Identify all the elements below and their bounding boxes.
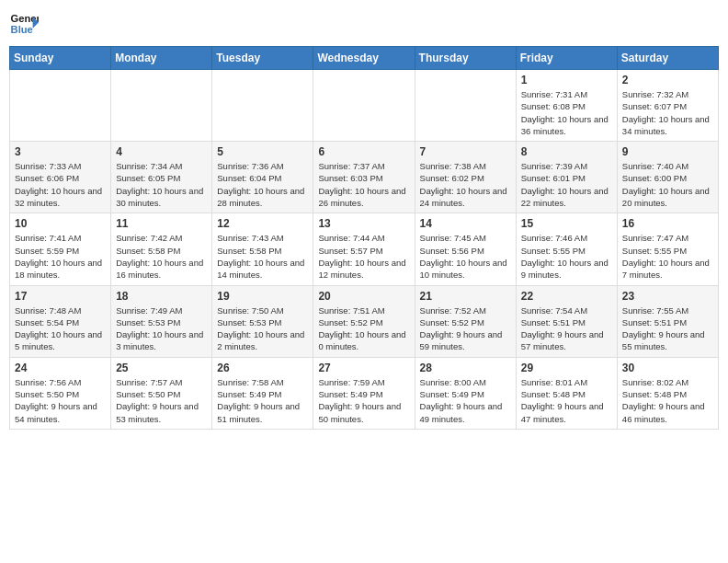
day-info: Sunrise: 7:55 AMSunset: 5:51 PMDaylight:… xyxy=(622,304,713,353)
day-info: Sunrise: 7:37 AMSunset: 6:03 PMDaylight:… xyxy=(318,160,409,209)
calendar-cell: 1Sunrise: 7:31 AMSunset: 6:08 PMDaylight… xyxy=(516,70,617,142)
calendar-cell: 25Sunrise: 7:57 AMSunset: 5:50 PMDayligh… xyxy=(111,357,212,429)
day-number: 21 xyxy=(420,290,511,303)
day-info: Sunrise: 8:01 AMSunset: 5:48 PMDaylight:… xyxy=(521,376,612,425)
day-info: Sunrise: 7:44 AMSunset: 5:57 PMDaylight:… xyxy=(318,232,409,281)
day-number: 6 xyxy=(318,145,409,158)
calendar-cell: 18Sunrise: 7:49 AMSunset: 5:53 PMDayligh… xyxy=(111,285,212,357)
calendar-cell: 10Sunrise: 7:41 AMSunset: 5:59 PMDayligh… xyxy=(10,213,111,285)
day-number: 29 xyxy=(521,362,612,374)
day-info: Sunrise: 7:41 AMSunset: 5:59 PMDaylight:… xyxy=(15,232,106,281)
calendar-cell: 20Sunrise: 7:51 AMSunset: 5:52 PMDayligh… xyxy=(313,285,415,357)
day-info: Sunrise: 7:43 AMSunset: 5:58 PMDaylight:… xyxy=(217,232,308,281)
day-info: Sunrise: 7:40 AMSunset: 6:00 PMDaylight:… xyxy=(622,160,713,209)
calendar-cell: 24Sunrise: 7:56 AMSunset: 5:50 PMDayligh… xyxy=(10,357,111,429)
page-header: General Blue xyxy=(9,9,719,39)
day-number: 19 xyxy=(217,290,308,303)
day-info: Sunrise: 7:34 AMSunset: 6:05 PMDaylight:… xyxy=(116,160,207,209)
day-info: Sunrise: 7:33 AMSunset: 6:06 PMDaylight:… xyxy=(15,160,106,209)
day-number: 18 xyxy=(116,290,207,303)
day-info: Sunrise: 7:32 AMSunset: 6:07 PMDaylight:… xyxy=(622,88,713,137)
day-number: 8 xyxy=(521,145,612,158)
calendar-cell xyxy=(415,70,516,142)
day-number: 24 xyxy=(15,362,106,374)
calendar-cell: 19Sunrise: 7:50 AMSunset: 5:53 PMDayligh… xyxy=(212,285,313,357)
calendar-cell: 13Sunrise: 7:44 AMSunset: 5:57 PMDayligh… xyxy=(313,213,415,285)
day-info: Sunrise: 7:52 AMSunset: 5:52 PMDaylight:… xyxy=(420,304,511,353)
day-info: Sunrise: 7:31 AMSunset: 6:08 PMDaylight:… xyxy=(521,88,612,137)
logo: General Blue xyxy=(9,9,44,39)
calendar-week-row: 1Sunrise: 7:31 AMSunset: 6:08 PMDaylight… xyxy=(10,70,719,142)
day-info: Sunrise: 7:38 AMSunset: 6:02 PMDaylight:… xyxy=(420,160,511,209)
calendar-cell: 12Sunrise: 7:43 AMSunset: 5:58 PMDayligh… xyxy=(212,213,313,285)
day-info: Sunrise: 7:47 AMSunset: 5:55 PMDaylight:… xyxy=(622,232,713,281)
calendar-cell: 16Sunrise: 7:47 AMSunset: 5:55 PMDayligh… xyxy=(617,213,718,285)
day-number: 27 xyxy=(318,362,409,374)
weekday-header-tuesday: Tuesday xyxy=(212,47,313,70)
day-info: Sunrise: 7:57 AMSunset: 5:50 PMDaylight:… xyxy=(116,376,207,425)
day-info: Sunrise: 7:49 AMSunset: 5:53 PMDaylight:… xyxy=(116,304,207,353)
day-number: 7 xyxy=(420,145,511,158)
day-number: 12 xyxy=(217,217,308,230)
calendar-cell: 7Sunrise: 7:38 AMSunset: 6:02 PMDaylight… xyxy=(415,142,516,213)
calendar-cell: 17Sunrise: 7:48 AMSunset: 5:54 PMDayligh… xyxy=(10,285,111,357)
calendar-cell: 5Sunrise: 7:36 AMSunset: 6:04 PMDaylight… xyxy=(212,142,313,213)
calendar-cell: 26Sunrise: 7:58 AMSunset: 5:49 PMDayligh… xyxy=(212,357,313,429)
weekday-header-monday: Monday xyxy=(111,47,212,70)
calendar-week-row: 17Sunrise: 7:48 AMSunset: 5:54 PMDayligh… xyxy=(10,285,719,357)
calendar-cell: 23Sunrise: 7:55 AMSunset: 5:51 PMDayligh… xyxy=(617,285,718,357)
calendar-cell: 4Sunrise: 7:34 AMSunset: 6:05 PMDaylight… xyxy=(111,142,212,213)
calendar-cell: 28Sunrise: 8:00 AMSunset: 5:49 PMDayligh… xyxy=(415,357,516,429)
day-info: Sunrise: 8:00 AMSunset: 5:49 PMDaylight:… xyxy=(420,376,511,425)
day-number: 5 xyxy=(217,145,308,158)
day-number: 25 xyxy=(116,362,207,374)
calendar-cell: 6Sunrise: 7:37 AMSunset: 6:03 PMDaylight… xyxy=(313,142,415,213)
day-number: 14 xyxy=(420,217,511,230)
day-info: Sunrise: 8:02 AMSunset: 5:48 PMDaylight:… xyxy=(622,376,713,425)
day-info: Sunrise: 7:50 AMSunset: 5:53 PMDaylight:… xyxy=(217,304,308,353)
calendar-cell: 27Sunrise: 7:59 AMSunset: 5:49 PMDayligh… xyxy=(313,357,415,429)
day-number: 22 xyxy=(521,290,612,303)
day-number: 16 xyxy=(622,217,713,230)
day-number: 3 xyxy=(15,145,106,158)
weekday-header-wednesday: Wednesday xyxy=(313,47,415,70)
day-number: 9 xyxy=(622,145,713,158)
day-info: Sunrise: 7:58 AMSunset: 5:49 PMDaylight:… xyxy=(217,376,308,425)
calendar-cell: 29Sunrise: 8:01 AMSunset: 5:48 PMDayligh… xyxy=(516,357,617,429)
calendar-cell: 11Sunrise: 7:42 AMSunset: 5:58 PMDayligh… xyxy=(111,213,212,285)
calendar-cell: 3Sunrise: 7:33 AMSunset: 6:06 PMDaylight… xyxy=(10,142,111,213)
day-number: 11 xyxy=(116,217,207,230)
weekday-header-saturday: Saturday xyxy=(617,47,718,70)
calendar-cell: 22Sunrise: 7:54 AMSunset: 5:51 PMDayligh… xyxy=(516,285,617,357)
weekday-header-friday: Friday xyxy=(516,47,617,70)
day-number: 23 xyxy=(622,290,713,303)
calendar-cell: 21Sunrise: 7:52 AMSunset: 5:52 PMDayligh… xyxy=(415,285,516,357)
weekday-header-thursday: Thursday xyxy=(415,47,516,70)
day-number: 17 xyxy=(15,290,106,303)
day-info: Sunrise: 7:59 AMSunset: 5:49 PMDaylight:… xyxy=(318,376,409,425)
day-info: Sunrise: 7:46 AMSunset: 5:55 PMDaylight:… xyxy=(521,232,612,281)
day-info: Sunrise: 7:48 AMSunset: 5:54 PMDaylight:… xyxy=(15,304,106,353)
day-info: Sunrise: 7:36 AMSunset: 6:04 PMDaylight:… xyxy=(217,160,308,209)
day-number: 13 xyxy=(318,217,409,230)
day-number: 20 xyxy=(318,290,409,303)
calendar-week-row: 10Sunrise: 7:41 AMSunset: 5:59 PMDayligh… xyxy=(10,213,719,285)
calendar-cell xyxy=(10,70,111,142)
day-info: Sunrise: 7:42 AMSunset: 5:58 PMDaylight:… xyxy=(116,232,207,281)
day-number: 30 xyxy=(622,362,713,374)
day-number: 28 xyxy=(420,362,511,374)
day-number: 10 xyxy=(15,217,106,230)
calendar-cell xyxy=(212,70,313,142)
weekday-header-sunday: Sunday xyxy=(10,47,111,70)
day-number: 1 xyxy=(521,74,612,86)
day-number: 4 xyxy=(116,145,207,158)
day-number: 15 xyxy=(521,217,612,230)
day-info: Sunrise: 7:54 AMSunset: 5:51 PMDaylight:… xyxy=(521,304,612,353)
calendar-cell: 14Sunrise: 7:45 AMSunset: 5:56 PMDayligh… xyxy=(415,213,516,285)
calendar-cell: 2Sunrise: 7:32 AMSunset: 6:07 PMDaylight… xyxy=(617,70,718,142)
calendar-cell: 8Sunrise: 7:39 AMSunset: 6:01 PMDaylight… xyxy=(516,142,617,213)
calendar-cell xyxy=(111,70,212,142)
svg-text:Blue: Blue xyxy=(11,24,33,35)
day-info: Sunrise: 7:51 AMSunset: 5:52 PMDaylight:… xyxy=(318,304,409,353)
weekday-header-row: SundayMondayTuesdayWednesdayThursdayFrid… xyxy=(10,47,719,70)
